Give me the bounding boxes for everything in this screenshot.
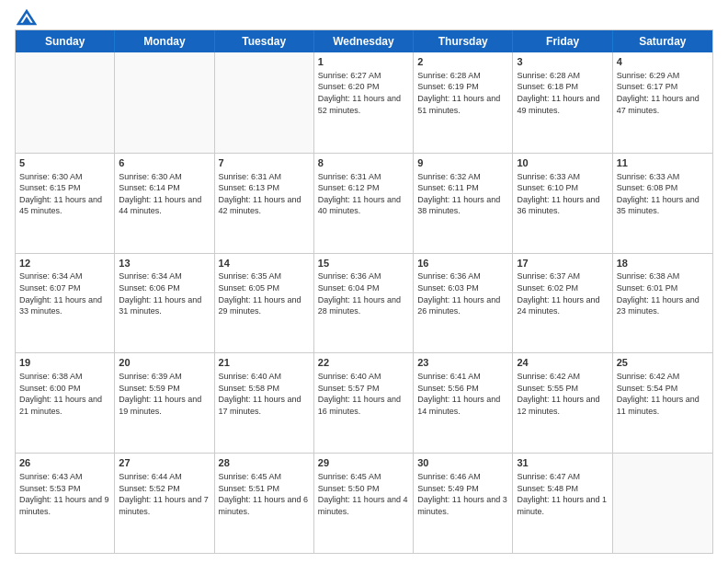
cal-cell-day-6: 6Sunrise: 6:30 AM Sunset: 6:14 PM Daylig… xyxy=(115,154,214,253)
day-info: Sunrise: 6:33 AM Sunset: 6:08 PM Dayligh… xyxy=(617,171,709,217)
day-info: Sunrise: 6:28 AM Sunset: 6:19 PM Dayligh… xyxy=(417,70,508,116)
day-info: Sunrise: 6:33 AM Sunset: 6:10 PM Dayligh… xyxy=(517,171,608,217)
day-info: Sunrise: 6:41 AM Sunset: 5:56 PM Dayligh… xyxy=(417,371,508,417)
day-number: 29 xyxy=(318,456,409,470)
cal-cell-day-11: 11Sunrise: 6:33 AM Sunset: 6:08 PM Dayli… xyxy=(613,154,712,253)
cal-cell-day-9: 9Sunrise: 6:32 AM Sunset: 6:11 PM Daylig… xyxy=(414,154,513,253)
day-number: 25 xyxy=(617,356,709,370)
logo-icon xyxy=(17,9,37,26)
cal-cell-day-26: 26Sunrise: 6:43 AM Sunset: 5:53 PM Dayli… xyxy=(16,454,115,553)
day-number: 27 xyxy=(119,456,210,470)
day-number: 11 xyxy=(617,156,709,170)
cal-cell-day-18: 18Sunrise: 6:38 AM Sunset: 6:01 PM Dayli… xyxy=(613,254,712,353)
logo xyxy=(15,9,37,24)
cal-cell-day-24: 24Sunrise: 6:42 AM Sunset: 5:55 PM Dayli… xyxy=(513,353,612,453)
day-number: 10 xyxy=(517,156,608,170)
cal-row-2: 12Sunrise: 6:34 AM Sunset: 6:07 PM Dayli… xyxy=(16,253,712,353)
day-info: Sunrise: 6:38 AM Sunset: 6:00 PM Dayligh… xyxy=(19,371,110,417)
day-number: 5 xyxy=(19,156,110,170)
day-number: 26 xyxy=(19,456,110,470)
day-number: 16 xyxy=(417,257,508,270)
cal-row-4: 26Sunrise: 6:43 AM Sunset: 5:53 PM Dayli… xyxy=(16,453,712,553)
cal-cell-empty xyxy=(16,52,115,153)
header-day-monday: Monday xyxy=(115,30,214,52)
cal-row-3: 19Sunrise: 6:38 AM Sunset: 6:00 PM Dayli… xyxy=(16,352,712,453)
cal-cell-day-29: 29Sunrise: 6:45 AM Sunset: 5:50 PM Dayli… xyxy=(314,454,414,553)
day-number: 12 xyxy=(19,257,110,270)
cal-row-1: 5Sunrise: 6:30 AM Sunset: 6:15 PM Daylig… xyxy=(16,153,712,253)
calendar-body: 1Sunrise: 6:27 AM Sunset: 6:20 PM Daylig… xyxy=(16,52,712,553)
header xyxy=(15,9,713,24)
cal-cell-day-25: 25Sunrise: 6:42 AM Sunset: 5:54 PM Dayli… xyxy=(613,353,712,453)
day-number: 21 xyxy=(219,356,310,370)
day-info: Sunrise: 6:34 AM Sunset: 6:07 PM Dayligh… xyxy=(19,270,110,316)
day-number: 17 xyxy=(517,257,608,270)
day-info: Sunrise: 6:38 AM Sunset: 6:01 PM Dayligh… xyxy=(617,270,709,316)
day-number: 1 xyxy=(318,55,409,69)
day-number: 6 xyxy=(119,156,210,170)
cal-cell-empty xyxy=(115,52,214,153)
header-day-wednesday: Wednesday xyxy=(314,30,414,52)
cal-cell-day-1: 1Sunrise: 6:27 AM Sunset: 6:20 PM Daylig… xyxy=(314,52,414,153)
day-info: Sunrise: 6:36 AM Sunset: 6:04 PM Dayligh… xyxy=(318,270,409,316)
cal-cell-day-14: 14Sunrise: 6:35 AM Sunset: 6:05 PM Dayli… xyxy=(215,254,314,353)
cal-cell-day-19: 19Sunrise: 6:38 AM Sunset: 6:00 PM Dayli… xyxy=(16,353,115,453)
day-info: Sunrise: 6:37 AM Sunset: 6:02 PM Dayligh… xyxy=(517,270,608,316)
cal-cell-day-28: 28Sunrise: 6:45 AM Sunset: 5:51 PM Dayli… xyxy=(215,454,314,553)
day-info: Sunrise: 6:42 AM Sunset: 5:55 PM Dayligh… xyxy=(517,371,608,417)
day-info: Sunrise: 6:45 AM Sunset: 5:50 PM Dayligh… xyxy=(318,471,409,517)
day-number: 15 xyxy=(318,257,409,270)
cal-cell-day-4: 4Sunrise: 6:29 AM Sunset: 6:17 PM Daylig… xyxy=(613,52,712,153)
cal-cell-day-13: 13Sunrise: 6:34 AM Sunset: 6:06 PM Dayli… xyxy=(115,254,214,353)
day-info: Sunrise: 6:35 AM Sunset: 6:05 PM Dayligh… xyxy=(219,270,310,316)
cal-cell-day-16: 16Sunrise: 6:36 AM Sunset: 6:03 PM Dayli… xyxy=(414,254,513,353)
day-info: Sunrise: 6:28 AM Sunset: 6:18 PM Dayligh… xyxy=(517,70,608,116)
day-info: Sunrise: 6:32 AM Sunset: 6:11 PM Dayligh… xyxy=(417,171,508,217)
cal-cell-day-27: 27Sunrise: 6:44 AM Sunset: 5:52 PM Dayli… xyxy=(115,454,214,553)
day-info: Sunrise: 6:42 AM Sunset: 5:54 PM Dayligh… xyxy=(617,371,709,417)
day-number: 9 xyxy=(417,156,508,170)
day-info: Sunrise: 6:45 AM Sunset: 5:51 PM Dayligh… xyxy=(219,471,310,517)
day-number: 31 xyxy=(517,456,608,470)
day-number: 19 xyxy=(19,356,110,370)
day-number: 3 xyxy=(517,55,608,69)
day-number: 8 xyxy=(318,156,409,170)
day-number: 23 xyxy=(417,356,508,370)
page: SundayMondayTuesdayWednesdayThursdayFrid… xyxy=(0,0,728,563)
cal-cell-day-12: 12Sunrise: 6:34 AM Sunset: 6:07 PM Dayli… xyxy=(16,254,115,353)
day-info: Sunrise: 6:43 AM Sunset: 5:53 PM Dayligh… xyxy=(19,471,110,517)
cal-cell-day-22: 22Sunrise: 6:40 AM Sunset: 5:57 PM Dayli… xyxy=(314,353,414,453)
day-info: Sunrise: 6:46 AM Sunset: 5:49 PM Dayligh… xyxy=(417,471,508,517)
cal-cell-day-10: 10Sunrise: 6:33 AM Sunset: 6:10 PM Dayli… xyxy=(513,154,612,253)
day-info: Sunrise: 6:27 AM Sunset: 6:20 PM Dayligh… xyxy=(318,70,409,116)
day-number: 7 xyxy=(219,156,310,170)
day-number: 18 xyxy=(617,257,709,270)
day-number: 2 xyxy=(417,55,508,69)
day-number: 20 xyxy=(119,356,210,370)
day-info: Sunrise: 6:44 AM Sunset: 5:52 PM Dayligh… xyxy=(119,471,210,517)
cal-cell-empty xyxy=(613,454,712,553)
day-number: 14 xyxy=(219,257,310,270)
cal-cell-day-20: 20Sunrise: 6:39 AM Sunset: 5:59 PM Dayli… xyxy=(115,353,214,453)
day-info: Sunrise: 6:36 AM Sunset: 6:03 PM Dayligh… xyxy=(417,270,508,316)
cal-cell-day-15: 15Sunrise: 6:36 AM Sunset: 6:04 PM Dayli… xyxy=(314,254,414,353)
calendar-header: SundayMondayTuesdayWednesdayThursdayFrid… xyxy=(16,30,712,52)
cal-cell-day-8: 8Sunrise: 6:31 AM Sunset: 6:12 PM Daylig… xyxy=(314,154,414,253)
day-number: 13 xyxy=(119,257,210,270)
day-number: 24 xyxy=(517,356,608,370)
header-day-thursday: Thursday xyxy=(414,30,513,52)
day-info: Sunrise: 6:34 AM Sunset: 6:06 PM Dayligh… xyxy=(119,270,210,316)
day-number: 22 xyxy=(318,356,409,370)
cal-cell-day-23: 23Sunrise: 6:41 AM Sunset: 5:56 PM Dayli… xyxy=(414,353,513,453)
header-day-friday: Friday xyxy=(513,30,612,52)
cal-row-0: 1Sunrise: 6:27 AM Sunset: 6:20 PM Daylig… xyxy=(16,52,712,153)
header-day-tuesday: Tuesday xyxy=(215,30,314,52)
day-info: Sunrise: 6:40 AM Sunset: 5:57 PM Dayligh… xyxy=(318,371,409,417)
day-info: Sunrise: 6:40 AM Sunset: 5:58 PM Dayligh… xyxy=(219,371,310,417)
cal-cell-day-17: 17Sunrise: 6:37 AM Sunset: 6:02 PM Dayli… xyxy=(513,254,612,353)
calendar: SundayMondayTuesdayWednesdayThursdayFrid… xyxy=(15,29,713,554)
day-number: 4 xyxy=(617,55,709,69)
cal-cell-day-31: 31Sunrise: 6:47 AM Sunset: 5:48 PM Dayli… xyxy=(513,454,612,553)
cal-cell-day-30: 30Sunrise: 6:46 AM Sunset: 5:49 PM Dayli… xyxy=(414,454,513,553)
day-info: Sunrise: 6:29 AM Sunset: 6:17 PM Dayligh… xyxy=(617,70,709,116)
